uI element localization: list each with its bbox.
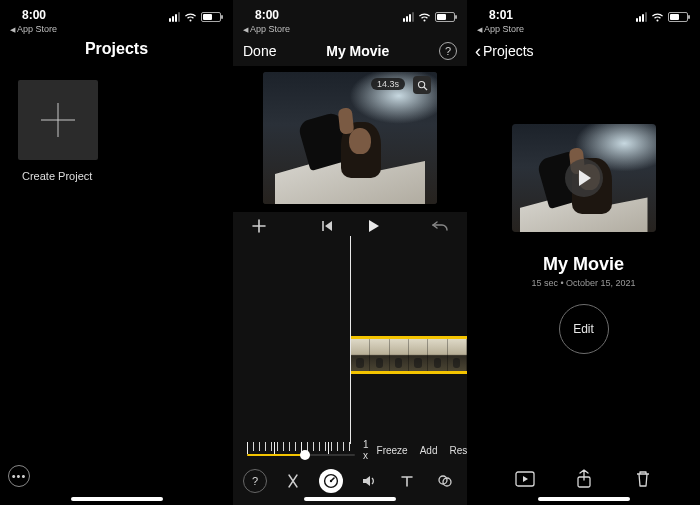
clock: 8:00 (22, 8, 46, 22)
create-project-tile[interactable] (18, 80, 98, 160)
battery-icon (668, 12, 688, 22)
actions-tool[interactable] (281, 469, 305, 493)
status-right (636, 12, 688, 22)
speed-controls: 1 x Freeze Add Reset (247, 439, 453, 461)
play-fullscreen-button[interactable] (513, 467, 537, 491)
svg-point-0 (418, 81, 424, 87)
cellular-icon (169, 12, 180, 22)
timeline-clip[interactable] (351, 336, 467, 374)
more-button[interactable]: ••• (8, 465, 30, 487)
share-button[interactable] (572, 467, 596, 491)
speed-slider[interactable] (247, 442, 355, 458)
movie-title: My Movie (467, 254, 700, 275)
plus-icon (41, 103, 75, 137)
status-right (169, 12, 221, 22)
playhead-caret-icon (344, 204, 356, 212)
reset-speed-button[interactable]: Reset (449, 445, 467, 456)
phone-project-detail: 8:01 App Store ‹ Projects My Movie 15 se… (467, 0, 700, 505)
svg-point-3 (330, 480, 332, 482)
battery-icon (201, 12, 221, 22)
create-project-label: Create Project (22, 170, 233, 182)
back-to-app[interactable]: App Store (0, 22, 233, 34)
titles-tool[interactable] (395, 469, 419, 493)
undo-button[interactable] (431, 216, 451, 236)
clock: 8:00 (255, 8, 279, 22)
help-button[interactable]: ? (439, 42, 457, 60)
phone-projects: 8:00 App Store Projects Create Project •… (0, 0, 233, 505)
status-bar: 8:00 (233, 0, 467, 22)
edit-button[interactable]: Edit (559, 304, 609, 354)
add-freeze-button[interactable]: Add (420, 445, 438, 456)
back-nav[interactable]: ‹ Projects (467, 34, 700, 60)
phone-editor: 8:00 App Store Done My Movie ? 14.3s (233, 0, 467, 505)
edit-toolbar: ? (233, 469, 467, 493)
slider-knob[interactable] (300, 450, 310, 460)
help-button[interactable]: ? (243, 469, 267, 493)
home-indicator[interactable] (538, 497, 630, 501)
volume-tool[interactable] (357, 469, 381, 493)
play-button[interactable] (363, 216, 383, 236)
transport-bar (233, 212, 467, 236)
timeline[interactable] (233, 236, 467, 444)
svg-line-1 (423, 86, 426, 89)
cellular-icon (403, 12, 414, 22)
preview-area: 14.3s (233, 66, 467, 212)
video-preview[interactable]: 14.3s (263, 72, 437, 204)
page-title: Projects (0, 40, 233, 58)
cellular-icon (636, 12, 647, 22)
chevron-left-icon: ‹ (475, 42, 481, 60)
zoom-button[interactable] (413, 76, 431, 94)
home-indicator[interactable] (304, 497, 396, 501)
wifi-icon (184, 13, 197, 22)
battery-icon (435, 12, 455, 22)
speed-value: 1 x (363, 439, 369, 461)
movie-meta: 15 sec • October 15, 2021 (467, 278, 700, 288)
skip-start-button[interactable] (317, 216, 337, 236)
wifi-icon (651, 13, 664, 22)
home-indicator[interactable] (71, 497, 163, 501)
status-bar: 8:00 (0, 0, 233, 22)
detail-toolbar (467, 467, 700, 491)
editor-nav: Done My Movie ? (233, 34, 467, 66)
done-button[interactable]: Done (243, 43, 276, 59)
project-title: My Movie (326, 43, 389, 59)
clock: 8:01 (489, 8, 513, 22)
filters-tool[interactable] (433, 469, 457, 493)
play-overlay-icon (565, 159, 603, 197)
status-right (403, 12, 455, 22)
delete-button[interactable] (631, 467, 655, 491)
back-to-app[interactable]: App Store (233, 22, 467, 34)
back-label: Projects (483, 43, 534, 59)
wifi-icon (418, 13, 431, 22)
project-thumbnail[interactable] (512, 124, 656, 232)
freeze-button[interactable]: Freeze (377, 445, 408, 456)
add-media-button[interactable] (249, 216, 269, 236)
back-to-app[interactable]: App Store (467, 22, 700, 34)
speed-tool[interactable] (319, 469, 343, 493)
status-bar: 8:01 (467, 0, 700, 22)
duration-badge: 14.3s (371, 78, 405, 90)
